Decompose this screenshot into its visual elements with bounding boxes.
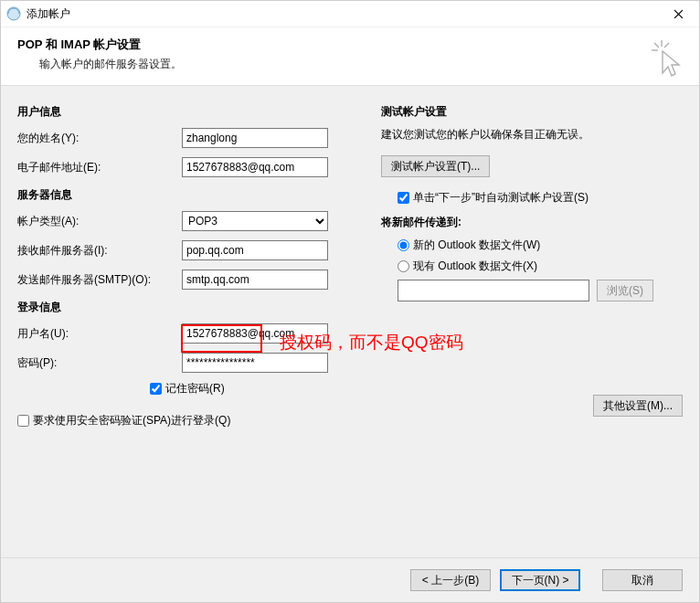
test-account-desc: 建议您测试您的帐户以确保条目正确无误。 [381,127,683,143]
header-subtitle: 输入帐户的邮件服务器设置。 [17,57,683,72]
email-input[interactable] [182,157,328,177]
existing-file-input [398,280,589,302]
password-label: 密码(P): [17,355,182,371]
password-input[interactable] [182,353,328,373]
svg-line-3 [654,43,659,48]
login-info-title: 登录信息 [17,300,355,315]
annotation-text: 授权码，而不是QQ密码 [280,331,463,354]
username-label: 用户名(U): [17,326,182,342]
test-account-button[interactable]: 测试帐户设置(T)... [381,155,490,177]
dialog-header: POP 和 IMAP 帐户设置 输入帐户的邮件服务器设置。 [1,27,699,86]
email-label: 电子邮件地址(E): [17,160,182,175]
deliver-title: 将新邮件传递到: [381,215,683,230]
cancel-button[interactable]: 取消 [602,569,683,591]
svg-point-0 [7,7,20,20]
next-button[interactable]: 下一页(N) > [500,569,580,591]
cursor-icon [652,40,683,81]
right-column: 测试帐户设置 建议您测试您的帐户以确保条目正确无误。 测试帐户设置(T)... … [381,104,683,436]
name-label: 您的姓名(Y): [17,131,182,146]
window-title: 添加帐户 [27,6,70,22]
svg-line-4 [664,43,669,48]
app-icon [6,6,21,21]
dialog-footer: < 上一步(B) 下一页(N) > 取消 [1,557,699,602]
dialog-body: 用户信息 您的姓名(Y): 电子邮件地址(E): 服务器信息 帐户类型(A): … [1,86,699,557]
new-data-file-radio[interactable] [398,239,409,251]
server-info-title: 服务器信息 [17,187,355,203]
auto-test-checkbox[interactable] [398,192,409,204]
spa-checkbox[interactable] [17,415,29,427]
other-settings-button[interactable]: 其他设置(M)... [593,395,683,417]
remember-password-checkbox[interactable] [150,383,162,395]
spa-label: 要求使用安全密码验证(SPA)进行登录(Q) [33,413,230,428]
incoming-server-input[interactable] [182,240,328,260]
outgoing-server-label: 发送邮件服务器(SMTP)(O): [17,272,182,288]
auto-test-label: 单击“下一步”时自动测试帐户设置(S) [413,190,589,206]
existing-data-file-label: 现有 Outlook 数据文件(X) [413,259,537,274]
browse-button[interactable]: 浏览(S) [597,280,653,302]
back-button[interactable]: < 上一步(B) [410,569,491,591]
close-button[interactable] [658,1,699,26]
account-type-label: 帐户类型(A): [17,214,182,229]
name-input[interactable] [182,128,328,148]
titlebar: 添加帐户 [1,1,699,27]
remember-password-label: 记住密码(R) [165,381,225,397]
outgoing-server-input[interactable] [182,270,328,290]
test-account-title: 测试帐户设置 [381,104,683,120]
existing-data-file-radio[interactable] [398,260,409,272]
left-column: 用户信息 您的姓名(Y): 电子邮件地址(E): 服务器信息 帐户类型(A): … [17,104,355,436]
new-data-file-label: 新的 Outlook 数据文件(W) [413,238,540,253]
incoming-server-label: 接收邮件服务器(I): [17,243,182,259]
user-info-title: 用户信息 [17,104,355,120]
header-title: POP 和 IMAP 帐户设置 [17,37,683,53]
account-type-select[interactable]: POP3 [182,211,328,231]
add-account-window: 添加帐户 POP 和 IMAP 帐户设置 输入帐户的邮件服务器设置。 [0,0,700,603]
